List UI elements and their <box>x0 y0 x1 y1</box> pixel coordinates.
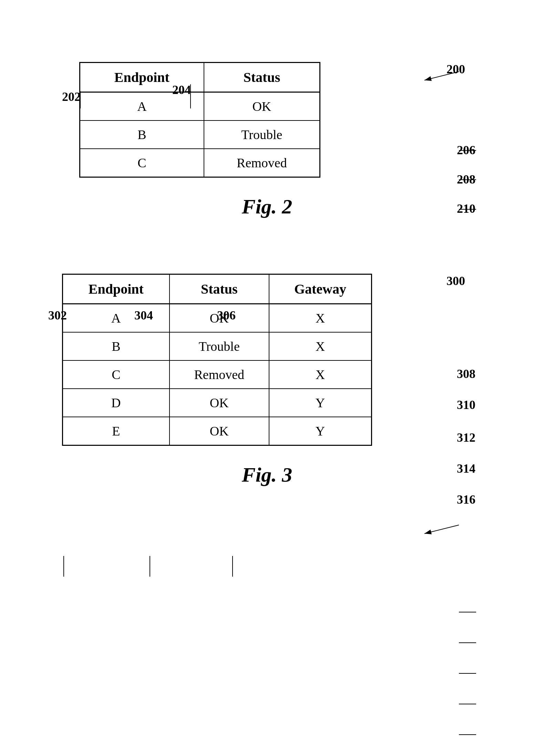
fig3-cell-gateway-1: X <box>269 332 372 360</box>
fig3-cell-status-3: OK <box>170 389 269 417</box>
fig3-cell-endpoint-1: B <box>63 332 170 360</box>
fig3-label-314: 314 <box>457 461 475 476</box>
fig3-label-316: 316 <box>457 492 475 507</box>
fig2-row-lines <box>449 103 483 241</box>
fig3-cell-gateway-0: X <box>269 304 372 333</box>
fig3-label-308: 308 <box>457 367 475 381</box>
fig2-row-0: A OK <box>80 92 320 121</box>
fig3-col-gateway: Gateway <box>269 274 372 304</box>
fig3-cell-endpoint-2: C <box>63 360 170 389</box>
fig3-cell-gateway-4: Y <box>269 417 372 445</box>
svg-line-8 <box>424 525 459 534</box>
fig3-label-304: 304 <box>134 308 153 323</box>
fig3-cell-status-4: OK <box>170 417 269 445</box>
fig2-section: 200 202 204 Endpoint Sta <box>28 62 506 219</box>
fig2-cell-status-2: Removed <box>204 149 320 177</box>
fig3-cell-endpoint-4: E <box>63 417 170 445</box>
fig2-line-202 <box>75 91 85 108</box>
fig3-header-row: Endpoint Status Gateway <box>63 274 372 304</box>
fig3-section: 300 302 304 306 End <box>28 274 506 487</box>
fig2-cell-status-0: OK <box>204 92 320 121</box>
fig3-col-status: Status <box>170 274 269 304</box>
page: 200 202 204 Endpoint Sta <box>0 0 534 756</box>
fig3-line-302 <box>59 556 69 577</box>
fig3-table-container: Endpoint Status Gateway A OK X B Trouble… <box>62 274 372 446</box>
fig3-caption: Fig. 3 <box>28 463 506 487</box>
svg-line-1 <box>424 72 459 80</box>
fig3-label-300: 300 <box>446 274 465 288</box>
fig3-label-302: 302 <box>48 308 67 323</box>
fig2-table-container: Endpoint Status A OK B Trouble C <box>79 62 320 178</box>
fig3-label-306: 306 <box>217 308 236 323</box>
fig3-row-1: B Trouble X <box>63 332 372 360</box>
fig3-col-endpoint: Endpoint <box>63 274 170 304</box>
fig2-cell-endpoint-2: C <box>80 149 204 177</box>
fig2-row-1: B Trouble <box>80 120 320 149</box>
fig3-row-2: C Removed X <box>63 360 372 389</box>
fig3-cell-status-1: Trouble <box>170 332 269 360</box>
fig2-caption: Fig. 2 <box>28 195 506 219</box>
fig3-line-304 <box>145 556 155 577</box>
fig3-row-3: D OK Y <box>63 389 372 417</box>
fig2-cell-endpoint-1: B <box>80 120 204 149</box>
fig3-cell-status-2: Removed <box>170 360 269 389</box>
fig2-table: Endpoint Status A OK B Trouble C <box>79 62 320 178</box>
fig3-arrow-300 <box>421 522 462 535</box>
fig3-label-310: 310 <box>457 398 475 412</box>
fig3-row-lines <box>449 577 483 756</box>
fig3-line-306 <box>227 556 238 577</box>
fig3-cell-endpoint-0: A <box>63 304 170 333</box>
fig2-cell-status-1: Trouble <box>204 120 320 149</box>
fig3-label-312: 312 <box>457 430 475 445</box>
fig2-line-204 <box>185 84 196 108</box>
fig2-col-status: Status <box>204 63 320 92</box>
fig2-arrow-200 <box>421 68 462 82</box>
fig3-cell-endpoint-3: D <box>63 389 170 417</box>
fig2-row-2: C Removed <box>80 149 320 177</box>
fig3-cell-gateway-3: Y <box>269 389 372 417</box>
fig3-cell-gateway-2: X <box>269 360 372 389</box>
fig3-table: Endpoint Status Gateway A OK X B Trouble… <box>62 274 372 446</box>
fig2-header-row: Endpoint Status <box>80 63 320 92</box>
fig3-row-4: E OK Y <box>63 417 372 445</box>
